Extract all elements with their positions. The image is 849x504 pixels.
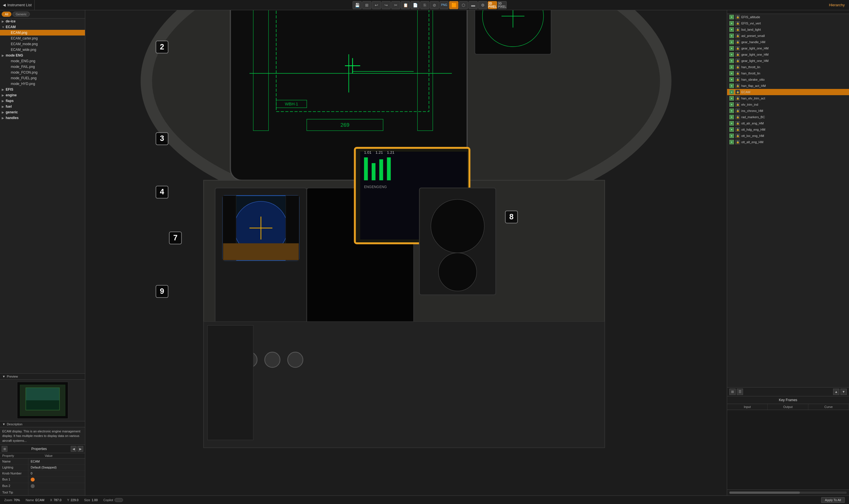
hier-item-han-sbrake[interactable]: ● 🔒 han_sbrake_otto bbox=[727, 76, 849, 83]
tree-item-ecam-png[interactable]: ECAM.png bbox=[0, 30, 85, 36]
hier-item-ins-chrono[interactable]: ● 🔒 ins_chrono_HM bbox=[727, 108, 849, 114]
lock-icon[interactable]: 🔒 bbox=[735, 21, 740, 25]
visibility-icon[interactable]: ● bbox=[729, 96, 734, 101]
hier-item-gear-handle[interactable]: ● 🔒 gear_handle_HM bbox=[727, 39, 849, 45]
hier-item-rad-markers[interactable]: ● 🔒 rad_markers_BC bbox=[727, 114, 849, 120]
lock-icon[interactable]: 🔒 bbox=[735, 84, 740, 88]
visibility-icon[interactable]: ● bbox=[729, 52, 734, 57]
lock-icon[interactable]: 🔒 bbox=[735, 109, 740, 113]
visibility-icon[interactable]: ● bbox=[729, 15, 734, 19]
copilot-toggle[interactable] bbox=[114, 498, 123, 502]
filter-all-button[interactable]: All bbox=[2, 12, 11, 17]
lock-icon[interactable]: 🔒 bbox=[735, 102, 740, 107]
tree-item-ecam-wide[interactable]: ECAM_wide.png bbox=[0, 47, 85, 53]
hier-item-efis-altitude[interactable]: ● 🔒 EFIS_altitude bbox=[727, 14, 849, 20]
lock-icon[interactable]: 🔒 bbox=[735, 121, 740, 126]
paste-icon[interactable]: 📄 bbox=[411, 1, 420, 9]
lock-icon[interactable]: 🔒 bbox=[735, 133, 740, 138]
3d-panel-icon[interactable]: 3DPIXEL bbox=[498, 1, 507, 9]
preview-toggle[interactable]: ▼ Preview bbox=[0, 374, 85, 380]
tree-item-efis[interactable]: ▶ EFIS bbox=[0, 87, 85, 92]
lock-icon[interactable]: 🔒 bbox=[735, 90, 740, 94]
tree-item-mode-eng-group[interactable]: ▶ mode ENG bbox=[0, 53, 85, 58]
redo-icon[interactable]: ↪ bbox=[382, 1, 391, 9]
tree-item-flaps[interactable]: ▶ flaps bbox=[0, 98, 85, 104]
hier-item-han-thrott1[interactable]: ● 🔒 han_thrott_lin bbox=[727, 64, 849, 70]
viewport[interactable]: 269 WBH·1 bbox=[85, 10, 727, 496]
visibility-icon[interactable]: ● bbox=[729, 84, 734, 88]
tree-item-engine[interactable]: ▶ engine bbox=[0, 92, 85, 98]
visibility-icon[interactable]: ● bbox=[729, 21, 734, 25]
hier-item-efis-vvi[interactable]: ● 🔒 EFIS_vvi_vert bbox=[727, 20, 849, 26]
hier-item-but-land[interactable]: ● 🔒 but_land_light bbox=[727, 26, 849, 33]
visibility-icon[interactable]: ● bbox=[729, 127, 734, 132]
visibility-icon[interactable]: ● bbox=[729, 90, 734, 94]
gear-icon[interactable]: ⚙ bbox=[478, 1, 487, 9]
props-icon2[interactable]: ◀ bbox=[71, 446, 76, 452]
hier-up-icon[interactable]: ▲ bbox=[833, 389, 839, 395]
lock-icon[interactable]: 🔒 bbox=[735, 34, 740, 38]
lock-icon[interactable]: 🔒 bbox=[735, 46, 740, 51]
undo-icon[interactable]: ↩ bbox=[372, 1, 381, 9]
tree-item-ecam-carter[interactable]: ECAM_carter.png bbox=[0, 36, 85, 41]
prop-val-lighting[interactable]: Default (Swapped) bbox=[29, 465, 85, 470]
tree-item-mode-eng[interactable]: mode_ENG.png bbox=[0, 58, 85, 64]
filter-generic-button[interactable]: Generic bbox=[13, 12, 30, 17]
description-toggle[interactable]: ▼ Description bbox=[0, 421, 85, 427]
lock-icon[interactable]: 🔒 bbox=[735, 58, 740, 63]
props-icon1[interactable]: ⊞ bbox=[2, 446, 7, 452]
hier-item-asl-preset[interactable]: ● 🔒 asl_preset_small bbox=[727, 33, 849, 39]
hier-item-ott-hdg[interactable]: ● 🔒 ott_hdg_eng_HM bbox=[727, 126, 849, 133]
back-button[interactable]: ◀ Instrument List bbox=[0, 0, 35, 10]
tree-item-de-ice[interactable]: ▶ de-ice bbox=[0, 18, 85, 24]
lock-icon[interactable]: 🔒 bbox=[735, 115, 740, 119]
lock-icon[interactable]: 🔒 bbox=[735, 140, 740, 144]
hier-item-elv-trim[interactable]: ● 🔒 elv_trim_ind bbox=[727, 102, 849, 108]
tree-item-ecam-mode[interactable]: ECAM_mode.png bbox=[0, 41, 85, 47]
tree-item-mode-hyd[interactable]: mode_HYD.png bbox=[0, 81, 85, 87]
icon2[interactable]: ⊞ bbox=[362, 1, 372, 9]
lock-icon[interactable]: 🔒 bbox=[735, 127, 740, 132]
tree-item-generic[interactable]: ▶ generic bbox=[0, 109, 85, 115]
2d-panel-icon[interactable]: 2DPIXEL bbox=[488, 1, 497, 9]
prop-val-bus1[interactable] bbox=[29, 476, 85, 483]
tree-item-fuel[interactable]: ▶ fuel bbox=[0, 104, 85, 109]
visibility-icon[interactable]: ● bbox=[729, 140, 734, 144]
lock-icon[interactable]: 🔒 bbox=[735, 40, 740, 44]
tree-item-handles[interactable]: ▶ handles bbox=[0, 115, 85, 121]
prop-val-tooltip[interactable] bbox=[29, 489, 85, 495]
prop-val-name[interactable]: ECAM bbox=[29, 458, 85, 464]
hier-item-ott-alt[interactable]: ● 🔒 ott_alt_eng_HM bbox=[727, 139, 849, 145]
lock-icon[interactable]: 🔒 bbox=[735, 71, 740, 76]
prop-val-bus2[interactable] bbox=[29, 483, 85, 489]
hierarchy-list[interactable]: ● 🔒 EFIS_altitude ● 🔒 EFIS_vvi_vert ● 🔒 … bbox=[727, 14, 849, 387]
visibility-icon[interactable]: ● bbox=[729, 46, 734, 51]
lock-icon[interactable]: 🔒 bbox=[735, 77, 740, 82]
tree-item-ecam-group[interactable]: ▼ ECAM bbox=[0, 24, 85, 30]
hier-list-icon[interactable]: ☰ bbox=[737, 389, 743, 395]
tree-item-mode-fuel[interactable]: mode_FUEL.png bbox=[0, 75, 85, 81]
visibility-icon[interactable]: ● bbox=[729, 27, 734, 32]
png-icon[interactable]: PNG bbox=[439, 1, 449, 9]
visibility-icon[interactable]: ● bbox=[729, 133, 734, 138]
visibility-icon[interactable]: ● bbox=[729, 121, 734, 126]
lock-icon[interactable]: 🔒 bbox=[735, 52, 740, 57]
save-icon[interactable]: 💾 bbox=[353, 1, 362, 9]
props-icon3[interactable]: ▶ bbox=[77, 446, 83, 452]
visibility-icon[interactable]: ● bbox=[729, 34, 734, 38]
cut-icon[interactable]: ✂ bbox=[391, 1, 400, 9]
shape-icon[interactable]: ⬡ bbox=[459, 1, 468, 9]
tree-item-mode-fail[interactable]: mode_FAIL.png bbox=[0, 64, 85, 70]
hier-item-ecam[interactable]: ● 🔒 ECAM bbox=[727, 89, 849, 95]
visibility-icon[interactable]: ● bbox=[729, 40, 734, 44]
hier-item-han-flap[interactable]: ● 🔒 han_flap_act_HM bbox=[727, 83, 849, 89]
copy-icon[interactable]: 📋 bbox=[401, 1, 410, 9]
lock-icon[interactable]: 🔒 bbox=[735, 15, 740, 19]
hier-item-han-elv[interactable]: ● 🔒 han_elv_trim_act bbox=[727, 95, 849, 102]
visibility-icon[interactable]: ● bbox=[729, 102, 734, 107]
keyframes-slider[interactable] bbox=[729, 491, 847, 494]
visibility-icon[interactable]: ● bbox=[729, 65, 734, 69]
hier-item-gear-light2[interactable]: ● 🔒 gear_light_one_HM bbox=[727, 51, 849, 58]
instrument-list[interactable]: ▶ de-ice ▼ ECAM ECAM.png ECAM_carter.png bbox=[0, 18, 85, 373]
hier-grid-icon[interactable]: ⊞ bbox=[729, 389, 736, 395]
